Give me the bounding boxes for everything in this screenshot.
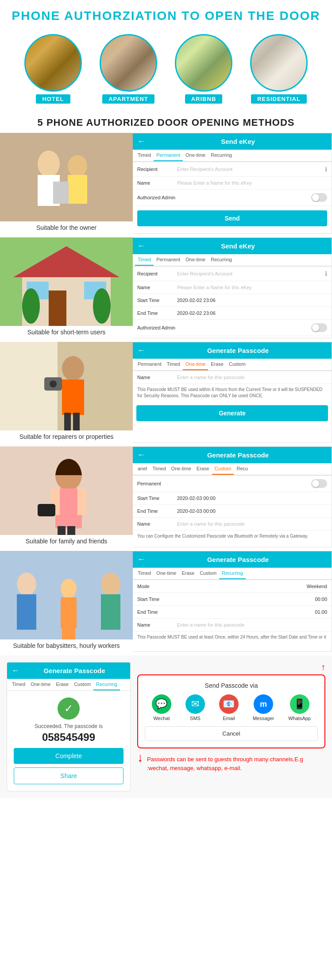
tab-onetime-1[interactable]: One-time (183, 150, 208, 161)
tab-recurring-1[interactable]: Recurring (208, 150, 235, 161)
whatsapp-option[interactable]: 📱 WhatsApp (288, 694, 311, 721)
email-option[interactable]: 📧 Email (219, 694, 239, 721)
annotation-text: Passwords can be sent to guests through … (147, 755, 325, 772)
tab-recurring-5[interactable]: Recurring (219, 568, 246, 579)
recipient-icon-2: ℹ (325, 270, 327, 277)
tab-erase-3[interactable]: Erase (208, 359, 226, 370)
tab-anet-4[interactable]: anet (135, 463, 150, 475)
page-header: PHONE AUTHORZIATION TO OPEN THE DOOR (0, 0, 332, 27)
tab-onetime-3[interactable]: One-time (183, 359, 208, 370)
name-label-4: Name (137, 521, 177, 527)
admin-toggle-1[interactable] (311, 193, 327, 202)
back-arrow-1[interactable]: ← (137, 137, 145, 146)
workers-photo (0, 551, 133, 639)
method-card-repairer: Suitable for repairers or properties ← G… (0, 342, 332, 443)
admin-toggle-2[interactable] (311, 323, 327, 332)
bottom-app: ← Generate Passcode Timed One-time Erase… (7, 662, 131, 791)
hotel-label: HOTEL (36, 94, 70, 104)
endtime-value-4[interactable]: 2020-02-03 00:00 (177, 508, 327, 514)
svg-point-13 (93, 288, 111, 324)
svg-point-22 (50, 380, 57, 387)
field-name-4: Name Enter a name for this passcode (133, 518, 332, 531)
back-arrow-3[interactable]: ← (137, 346, 145, 355)
tab-timed-5[interactable]: Timed (135, 568, 154, 579)
method-left-shortterm: Suitable for short-term users (0, 237, 133, 338)
starttime-value-5[interactable]: 00:00 (177, 597, 327, 602)
tab-onetime-2[interactable]: One-time (183, 254, 208, 266)
app-header-5: ← Generate Passcode (133, 551, 332, 568)
wechat-option[interactable]: 💬 Wechat (152, 694, 171, 721)
method-left-babysitter: Suitable for babysitters, hourly workers (0, 551, 133, 652)
name-value-4[interactable]: Enter a name for this passcode (177, 521, 327, 527)
send-button-1[interactable]: Send (137, 210, 327, 226)
endtime-value-5[interactable]: 01:00 (177, 609, 327, 615)
residential-label: RESIDENTIAL (251, 94, 307, 104)
recipient-value-1[interactable]: Enter Recipient's Account (177, 167, 325, 172)
tab-onetime-4[interactable]: One-time (169, 463, 194, 475)
method-right-repairer: ← Generate Passcode Permanent Timed One-… (133, 342, 332, 443)
app-header-1: ← Send eKey (133, 133, 332, 150)
house-photo (0, 237, 133, 326)
permanent-toggle-4[interactable] (311, 479, 327, 488)
method-card-owner: Suitable for the owner ← Send eKey Timed… (0, 133, 332, 234)
bottom-tab-custom[interactable]: Custom (71, 679, 93, 690)
tab-onetime-5[interactable]: One-time (154, 568, 179, 579)
icon-airbnb: ARIBNB (170, 34, 237, 104)
bottom-app-header: ← Generate Passcode (7, 662, 130, 679)
svg-point-32 (17, 573, 36, 596)
app-title-5: Generate Passcode (149, 556, 327, 563)
tab-timed-1[interactable]: Timed (135, 150, 154, 161)
tab-custom-3[interactable]: Custom (226, 359, 248, 370)
bottom-tab-timed[interactable]: Timed (9, 679, 28, 690)
share-button[interactable]: Share (14, 767, 124, 784)
bottom-tab-erase[interactable]: Erase (53, 679, 71, 690)
starttime-value-2[interactable]: 2020-02-02 23:06 (177, 298, 327, 303)
back-arrow-4[interactable]: ← (137, 450, 145, 460)
bottom-tab-recurring[interactable]: Recurring (93, 679, 120, 690)
tab-custom-4[interactable]: Custom (212, 463, 234, 475)
tab-custom-5[interactable]: Custom (197, 568, 219, 579)
tab-timed-4[interactable]: Timed (150, 463, 168, 475)
repairer-caption: Suitable for repairers or properties (0, 430, 133, 443)
permanent-label-4: Permanent (137, 481, 177, 486)
tab-timed-2[interactable]: Timed (135, 254, 154, 266)
tab-recu-4[interactable]: Recu (234, 463, 251, 475)
complete-button[interactable]: Complete (14, 748, 124, 764)
tab-erase-4[interactable]: Erase (194, 463, 212, 475)
airbnb-image (175, 34, 232, 92)
mode-value-5[interactable]: Weekend (177, 584, 327, 589)
tab-recurring-2[interactable]: Recurring (208, 254, 235, 266)
success-text: Succeeded. The passcode is (14, 723, 124, 729)
passcode-number: 058545499 (14, 731, 124, 744)
name-value-3[interactable]: Enter a name for this passcode (177, 375, 327, 380)
cancel-button[interactable]: Cancel (145, 726, 318, 741)
name-value-1[interactable]: Please Enter a Name for this eKey (177, 180, 327, 186)
generate-button-3[interactable]: Generate (136, 405, 328, 421)
tab-permanent-3[interactable]: Permanent (135, 359, 164, 370)
name-value-2[interactable]: Please Enter a Name for this eKey (177, 285, 327, 290)
bottom-back-arrow[interactable]: ← (12, 666, 19, 675)
recipient-value-2[interactable]: Enter Recipient's Account (177, 271, 325, 276)
tab-permanent-1[interactable]: Permanent (154, 150, 183, 161)
starttime-value-4[interactable]: 2020-02-03 00:00 (177, 496, 327, 501)
back-arrow-2[interactable]: ← (137, 241, 145, 251)
starttime-label-4: Start Time (137, 496, 177, 501)
tab-permanent-2[interactable]: Permanent (154, 254, 183, 266)
mode-label-5: Mode (137, 584, 177, 589)
tab-erase-5[interactable]: Erase (179, 568, 197, 579)
endtime-value-2[interactable]: 2020-02-02 23:06 (177, 310, 327, 316)
svg-point-3 (68, 155, 87, 177)
back-arrow-5[interactable]: ← (137, 555, 145, 564)
app-tabs-4: anet Timed One-time Erase Custom Recu (133, 463, 332, 475)
svg-rect-0 (0, 133, 133, 221)
messenger-option[interactable]: m Messager (253, 694, 274, 721)
field-name-3: Name Enter a name for this passcode (133, 371, 332, 384)
sms-option[interactable]: ✉ SMS (185, 694, 205, 721)
field-endtime-2: End Time 2020-02-02 23:06 (133, 307, 332, 320)
svg-rect-28 (58, 526, 66, 535)
bottom-app-title: Generate Passcode (23, 667, 126, 674)
bottom-tab-onetime[interactable]: One-time (28, 679, 53, 690)
tab-timed-3[interactable]: Timed (164, 359, 183, 370)
name-value-5[interactable]: Enter a name for this passcode (177, 622, 327, 628)
apartment-label: APARTMENT (102, 94, 154, 104)
